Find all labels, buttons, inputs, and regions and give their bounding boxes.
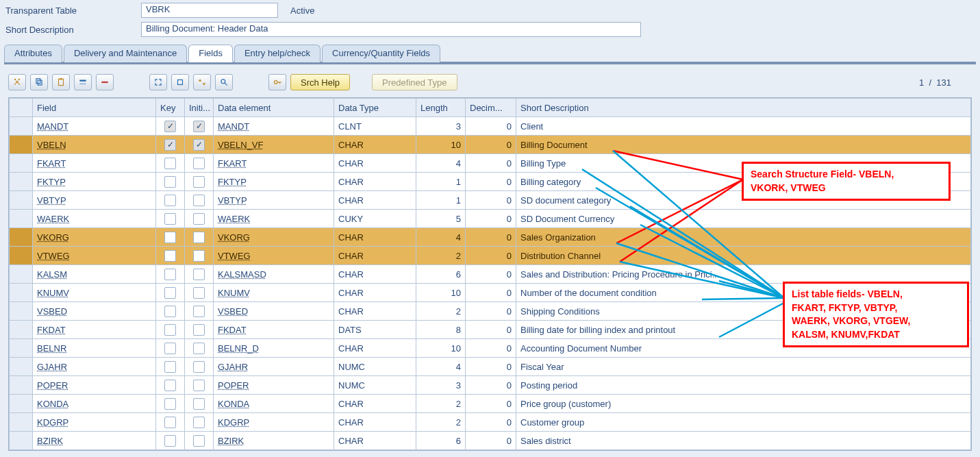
row-selector[interactable] bbox=[10, 173, 33, 191]
tab-entry-help-check[interactable]: Entry help/check bbox=[234, 45, 321, 62]
data-element[interactable]: FKDAT bbox=[214, 321, 334, 338]
key-checkbox[interactable] bbox=[164, 158, 176, 169]
field-name[interactable]: KDGRP bbox=[33, 413, 155, 431]
insert-row-button[interactable] bbox=[74, 74, 92, 90]
key-checkbox[interactable] bbox=[164, 139, 176, 151]
col-header-desc[interactable]: Short Description bbox=[516, 99, 971, 117]
key-checkbox[interactable] bbox=[164, 417, 176, 428]
key-checkbox[interactable] bbox=[164, 343, 176, 354]
init-checkbox[interactable] bbox=[193, 398, 205, 410]
init-checkbox[interactable] bbox=[193, 139, 205, 151]
data-element[interactable]: GJAHR bbox=[214, 358, 334, 375]
field-name[interactable]: KNUMV bbox=[33, 284, 155, 301]
data-element[interactable]: WAERK bbox=[214, 210, 334, 227]
key-checkbox[interactable] bbox=[164, 213, 176, 225]
row-selector[interactable] bbox=[10, 284, 33, 302]
data-element[interactable]: VTWEG bbox=[214, 247, 334, 264]
data-element[interactable]: KONDA bbox=[214, 395, 334, 412]
data-element[interactable]: KNUMV bbox=[214, 284, 334, 301]
data-element[interactable]: KALSMASD bbox=[214, 265, 334, 283]
key-checkbox[interactable] bbox=[164, 121, 176, 132]
init-checkbox[interactable] bbox=[193, 306, 205, 317]
find-button[interactable] bbox=[215, 74, 233, 90]
col-header-dec[interactable]: Decim... bbox=[466, 99, 516, 117]
col-header-key[interactable]: Key bbox=[156, 99, 185, 117]
row-selector[interactable] bbox=[10, 339, 33, 358]
key-button[interactable] bbox=[268, 74, 286, 90]
init-checkbox[interactable] bbox=[193, 435, 205, 447]
field-name[interactable]: VBELN bbox=[33, 136, 155, 153]
key-checkbox[interactable] bbox=[164, 195, 176, 206]
col-header-sel[interactable] bbox=[10, 99, 33, 117]
key-checkbox[interactable] bbox=[164, 287, 176, 299]
init-checkbox[interactable] bbox=[193, 324, 205, 336]
field-name[interactable]: WAERK bbox=[33, 210, 155, 227]
init-checkbox[interactable] bbox=[193, 232, 205, 243]
init-checkbox[interactable] bbox=[193, 158, 205, 169]
init-checkbox[interactable] bbox=[193, 287, 205, 299]
row-selector[interactable] bbox=[10, 321, 33, 339]
sort-button[interactable] bbox=[193, 74, 211, 90]
row-selector[interactable] bbox=[10, 117, 33, 136]
init-checkbox[interactable] bbox=[193, 361, 205, 373]
key-checkbox[interactable] bbox=[164, 232, 176, 243]
field-name[interactable]: GJAHR bbox=[33, 358, 155, 375]
row-selector[interactable] bbox=[10, 302, 33, 321]
key-checkbox[interactable] bbox=[164, 306, 176, 317]
field-name[interactable]: FKART bbox=[33, 154, 155, 172]
row-selector[interactable] bbox=[10, 210, 33, 228]
init-checkbox[interactable] bbox=[193, 176, 205, 188]
field-name[interactable]: KALSM bbox=[33, 265, 155, 283]
data-element[interactable]: VSBED bbox=[214, 302, 334, 320]
init-checkbox[interactable] bbox=[193, 343, 205, 354]
row-selector[interactable] bbox=[10, 191, 33, 210]
init-checkbox[interactable] bbox=[193, 417, 205, 428]
row-selector[interactable] bbox=[10, 358, 33, 376]
key-checkbox[interactable] bbox=[164, 435, 176, 447]
field-name[interactable]: VSBED bbox=[33, 302, 155, 320]
row-selector[interactable] bbox=[10, 395, 33, 413]
row-selector[interactable] bbox=[10, 154, 33, 173]
row-selector[interactable] bbox=[10, 413, 33, 432]
data-element[interactable]: BZIRK bbox=[214, 432, 334, 449]
col-header-de[interactable]: Data element bbox=[214, 99, 334, 117]
field-name[interactable]: VTWEG bbox=[33, 247, 155, 264]
field-name[interactable]: VBTYP bbox=[33, 191, 155, 209]
field-name[interactable]: VKORG bbox=[33, 228, 155, 246]
col-header-init[interactable]: Initi... bbox=[185, 99, 214, 117]
init-checkbox[interactable] bbox=[193, 195, 205, 206]
key-checkbox[interactable] bbox=[164, 269, 176, 280]
srch-help-button[interactable]: Srch Help bbox=[290, 74, 350, 90]
col-header-field[interactable]: Field bbox=[33, 99, 156, 117]
row-selector[interactable] bbox=[10, 265, 33, 284]
data-element[interactable]: KDGRP bbox=[214, 413, 334, 431]
cut-button[interactable] bbox=[8, 74, 26, 90]
row-selector[interactable] bbox=[10, 136, 33, 154]
data-element[interactable]: VKORG bbox=[214, 228, 334, 246]
data-element[interactable]: BELNR_D bbox=[214, 339, 334, 357]
tab-fields[interactable]: Fields bbox=[188, 45, 233, 62]
col-header-dt[interactable]: Data Type bbox=[334, 99, 416, 117]
expand-all-button[interactable] bbox=[149, 74, 167, 90]
field-name[interactable]: MANDT bbox=[33, 117, 155, 135]
copy-button[interactable] bbox=[30, 74, 48, 90]
key-checkbox[interactable] bbox=[164, 380, 176, 391]
row-selector[interactable] bbox=[10, 376, 33, 395]
delete-row-button[interactable] bbox=[96, 74, 114, 90]
row-selector[interactable] bbox=[10, 432, 33, 450]
field-name[interactable]: BZIRK bbox=[33, 432, 155, 449]
input-short-description[interactable]: Billing Document: Header Data bbox=[141, 22, 641, 37]
key-checkbox[interactable] bbox=[164, 250, 176, 262]
key-checkbox[interactable] bbox=[164, 361, 176, 373]
predefined-type-button[interactable]: Predefined Type bbox=[372, 74, 457, 90]
key-checkbox[interactable] bbox=[164, 176, 176, 188]
field-name[interactable]: FKTYP bbox=[33, 173, 155, 190]
init-checkbox[interactable] bbox=[193, 213, 205, 225]
data-element[interactable]: VBELN_VF bbox=[214, 136, 334, 153]
init-checkbox[interactable] bbox=[193, 269, 205, 280]
field-name[interactable]: POPER bbox=[33, 376, 155, 394]
data-element[interactable]: FKTYP bbox=[214, 173, 334, 190]
key-checkbox[interactable] bbox=[164, 398, 176, 410]
collapse-all-button[interactable] bbox=[171, 74, 189, 90]
col-header-len[interactable]: Length bbox=[416, 99, 466, 117]
